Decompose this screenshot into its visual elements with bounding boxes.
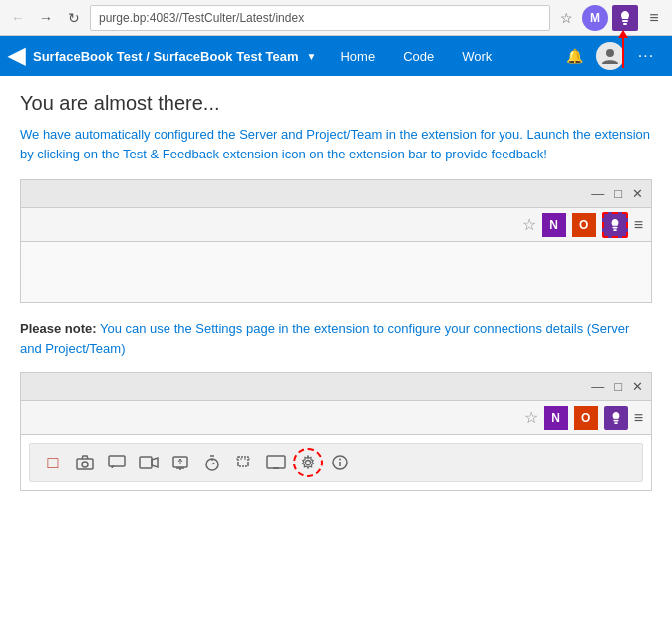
mockup2-onenote-icon: N [544,406,568,430]
svg-point-27 [339,459,341,461]
mockup-close-2[interactable]: ✕ [632,379,643,394]
note-bold: Please note: [20,321,97,336]
svg-rect-3 [612,226,617,228]
crop-tool-icon[interactable] [229,448,259,477]
svg-rect-21 [267,456,285,468]
address-bar[interactable]: purge.bp:4083//TestCulter/Latest/index [90,5,550,31]
browser-mockup-2: — □ ✕ ☆ N O ≡ □ [20,372,652,491]
extension-icon-highlighted[interactable] [602,212,628,238]
mockup-menu-icon[interactable]: ≡ [634,216,643,234]
main-content: You are almost there... We have automati… [0,76,672,507]
mockup-titlebar-2: — □ ✕ [21,373,651,401]
nav-work[interactable]: Work [450,36,504,76]
vsts-project-name[interactable]: SurfaceBook Test / SurfaceBook Test Team [33,49,299,64]
nav-home[interactable]: Home [328,36,387,76]
project-chevron-icon[interactable]: ▼ [307,51,317,62]
mockup-maximize-1[interactable]: □ [614,186,622,201]
mockup2-menu-icon[interactable]: ≡ [634,409,643,427]
svg-rect-1 [623,23,627,25]
mockup-minimize-1[interactable]: — [591,186,604,201]
svg-rect-19 [238,457,248,466]
mockup-toolbar-2: ☆ N O ≡ [21,401,651,435]
address-text: purge.bp:4083//TestCulter/Latest/index [99,11,304,25]
favorites-icon[interactable]: ☆ [554,6,578,30]
mockup-star-icon: ☆ [522,215,536,234]
svg-rect-0 [622,20,628,22]
info-tool-icon[interactable] [325,448,355,477]
back-button[interactable]: ← [6,6,30,30]
rectangle-tool-icon[interactable]: □ [38,448,68,477]
mockup2-star-icon: ☆ [524,408,538,427]
reload-button[interactable]: ↻ [62,6,86,30]
onenote-icon: N [542,213,566,237]
screenshot-tool-icon[interactable] [166,448,195,477]
svg-rect-6 [614,422,617,424]
nav-code[interactable]: Code [391,36,446,76]
svg-rect-9 [109,456,125,466]
browser-chrome: ← → ↻ purge.bp:4083//TestCulter/Latest/i… [0,0,672,36]
page-heading: You are almost there... [20,92,652,115]
svg-rect-5 [613,419,618,421]
svg-point-8 [82,462,88,467]
navbar-wrapper: ◀ SurfaceBook Test / SurfaceBook Test Te… [0,36,672,76]
svg-point-2 [606,49,614,57]
user-avatar[interactable]: M [582,5,608,31]
mockup-maximize-2[interactable]: □ [614,379,622,394]
forward-button[interactable]: → [34,6,58,30]
bell-icon[interactable]: 🔔 [556,36,592,76]
vsts-logo: ◀ [8,43,25,69]
mockup-minimize-2[interactable]: — [591,379,604,394]
mockup-close-1[interactable]: ✕ [632,186,643,201]
browser-mockup-1: — □ ✕ ☆ N O ≡ [20,179,652,303]
settings-tool-icon[interactable] [293,448,323,477]
timer-tool-icon[interactable] [197,448,227,477]
vsts-navbar: ◀ SurfaceBook Test / SurfaceBook Test Te… [0,36,672,76]
mockup-content-1 [21,242,651,302]
tools-row: □ [29,443,643,482]
mockup-toolbar-1: ☆ N O ≡ [21,208,651,242]
video-tool-icon[interactable] [134,448,164,477]
office-icon: O [572,213,596,237]
comment-tool-icon[interactable] [102,448,132,477]
svg-line-17 [212,463,214,464]
mockup2-office-icon: O [574,406,598,430]
camera-tool-icon[interactable] [70,448,100,477]
svg-rect-10 [140,457,152,468]
mockup2-content: □ [21,435,651,490]
browser-menu-button[interactable]: ≡ [642,6,666,30]
svg-rect-4 [613,229,616,231]
description-text: We have automatically configured the Ser… [20,125,652,163]
note-text: Please note: You can use the Settings pa… [20,319,652,358]
screen-tool-icon[interactable] [261,448,291,477]
note-link-text: You can use the Settings page in the ext… [20,321,629,356]
extension-icon-browser[interactable] [612,5,638,31]
vsts-avatar[interactable] [596,42,624,70]
red-arrow [622,36,624,68]
more-options-icon[interactable]: ··· [628,36,664,76]
svg-point-24 [306,461,311,465]
mockup-titlebar-1: — □ ✕ [21,180,651,208]
mockup2-ext-icon[interactable] [604,406,628,430]
